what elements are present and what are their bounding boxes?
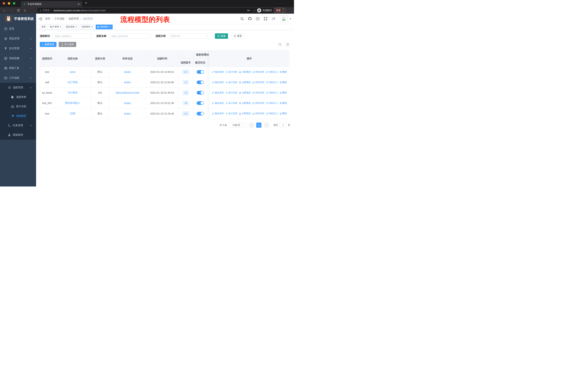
browser-update-button[interactable]: 更新 xyxy=(274,8,286,13)
modify-process-action[interactable]: 修改流程 xyxy=(212,112,224,115)
publish-process-action[interactable]: 发布流程 xyxy=(252,71,264,74)
active-status-toggle[interactable] xyxy=(197,101,204,105)
sidebar-item-home[interactable]: 首页 xyxy=(0,24,36,34)
goto-page-input[interactable] xyxy=(280,122,286,128)
delete-action[interactable]: 删除 xyxy=(279,81,287,84)
design-process-action[interactable]: 设计流程 xyxy=(225,112,237,115)
address-bar[interactable]: ⚠ 不安全 dashboard.yudao.iocoder.cn/bpm/man… xyxy=(37,8,258,13)
process-key-input[interactable] xyxy=(52,33,91,39)
active-status-toggle[interactable] xyxy=(197,81,204,84)
cell-form-link[interactable]: biubiu xyxy=(109,98,146,108)
process-definition-action[interactable]: 流程定义 xyxy=(266,112,278,115)
publish-process-action[interactable]: 发布流程 xyxy=(252,112,264,115)
sidebar-collapse-hamburger-icon[interactable] xyxy=(39,17,42,20)
cell-process-name-link[interactable]: eeee xyxy=(54,67,91,77)
design-process-action[interactable]: 设计流程 xyxy=(225,102,237,105)
sidebar-logo[interactable]: 芋道管理系统 xyxy=(0,14,36,24)
tag-close-icon[interactable]: ✕ xyxy=(109,26,111,28)
sidebar-item-process-form[interactable]: 流程表单 xyxy=(0,92,36,102)
process-definition-action[interactable]: 流程定义 xyxy=(266,71,278,74)
cell-form-link[interactable]: biubiu xyxy=(109,108,146,119)
search-icon[interactable] xyxy=(241,17,244,20)
minimize-window-button[interactable] xyxy=(8,2,10,5)
assign-rule-action[interactable]: 分配规则 xyxy=(239,112,251,115)
active-status-toggle[interactable] xyxy=(197,112,204,115)
zoom-window-button[interactable] xyxy=(13,2,15,5)
toggle-search-button[interactable] xyxy=(277,42,283,47)
cell-form-link[interactable]: biubiu xyxy=(109,77,146,87)
browser-menu-dots-icon[interactable] xyxy=(283,9,284,12)
avatar-caret-down-icon[interactable]: ▼ xyxy=(289,18,292,20)
tag-tenant[interactable]: 租户管理✕ xyxy=(49,25,63,29)
tag-process-form[interactable]: 流程表单✕ xyxy=(80,25,94,29)
breadcrumb-home[interactable]: 首页 xyxy=(45,17,50,20)
sidebar-item-payment[interactable]: ¥ 支付管理 xyxy=(0,43,36,53)
sidebar-item-leave-query[interactable]: 请假查询 xyxy=(0,130,36,140)
bookmark-star-icon[interactable]: ☆ xyxy=(253,9,256,12)
process-definition-action[interactable]: 流程定义 xyxy=(266,102,278,105)
prev-page-button[interactable]: ‹ xyxy=(249,122,254,128)
cell-process-name-link[interactable]: OA 请假 xyxy=(54,88,91,98)
version-tag[interactable]: v2 xyxy=(183,80,189,85)
delete-action[interactable]: 删除 xyxy=(279,102,287,105)
modify-process-action[interactable]: 修改流程 xyxy=(212,102,224,105)
reload-button[interactable] xyxy=(17,9,20,12)
delete-action[interactable]: 删除 xyxy=(279,91,287,94)
cell-form-link[interactable]: /bpm/oa/leave/create xyxy=(109,88,146,98)
publish-process-action[interactable]: 发布流程 xyxy=(252,102,264,105)
forward-button[interactable]: → xyxy=(10,9,13,12)
delete-action[interactable]: 删除 xyxy=(279,71,287,74)
sidebar-item-infrastructure[interactable]: 基础设施 xyxy=(0,53,36,63)
sidebar-item-user-group[interactable]: 用户分组 xyxy=(0,102,36,111)
assign-rule-action[interactable]: 分配规则 xyxy=(239,91,251,94)
refresh-table-button[interactable] xyxy=(285,42,290,47)
create-process-button[interactable]: + 新建流程 xyxy=(40,42,56,47)
version-tag[interactable]: v17 xyxy=(182,70,189,74)
tab-close-icon[interactable]: ✕ xyxy=(78,3,80,6)
github-icon[interactable] xyxy=(248,17,252,20)
next-page-button[interactable]: › xyxy=(264,122,269,128)
cell-process-name-link[interactable]: 滔博 xyxy=(54,108,91,119)
tag-close-icon[interactable]: ✕ xyxy=(60,26,62,28)
process-definition-action[interactable]: 流程定义 xyxy=(266,81,278,84)
macos-traffic-lights[interactable] xyxy=(3,2,15,5)
version-tag[interactable]: v21 xyxy=(182,111,189,116)
close-window-button[interactable] xyxy=(3,2,5,5)
modify-process-action[interactable]: 修改流程 xyxy=(212,91,224,94)
fullscreen-icon[interactable] xyxy=(264,17,267,20)
key-icon[interactable] xyxy=(247,9,250,12)
version-tag[interactable]: v4 xyxy=(183,101,189,105)
cell-form-link[interactable]: biubiu xyxy=(109,67,146,77)
process-category-select[interactable]: 流程分类 xyxy=(168,33,211,39)
cell-process-name-link[interactable]: 测试多审批人 xyxy=(54,98,91,108)
version-tag[interactable]: v5 xyxy=(183,90,189,95)
page-size-select[interactable]: 10条/页 xyxy=(230,122,246,128)
tag-my-process[interactable]: 我的流程✕ xyxy=(64,25,79,29)
sidebar-item-dev-tools[interactable]: 研发工具 xyxy=(0,63,36,73)
sidebar-item-task-management[interactable]: 任务管理 xyxy=(0,121,36,130)
modify-process-action[interactable]: 修改流程 xyxy=(212,81,224,84)
back-button[interactable]: ← xyxy=(3,9,6,12)
cell-process-name-link[interactable]: 自己审批 xyxy=(54,77,91,87)
reset-button[interactable]: 重置 xyxy=(231,33,245,39)
tag-close-icon[interactable]: ✕ xyxy=(91,26,93,28)
publish-process-action[interactable]: 发布流程 xyxy=(252,81,264,84)
breadcrumb-process-management[interactable]: 流程管理 xyxy=(69,17,79,20)
avatar[interactable] xyxy=(280,15,287,22)
assign-rule-action[interactable]: 分配规则 xyxy=(239,102,251,105)
help-icon[interactable]: ? xyxy=(256,17,260,20)
process-name-input[interactable] xyxy=(109,33,151,39)
active-status-toggle[interactable] xyxy=(197,91,204,94)
page-number-1[interactable]: 1 xyxy=(256,122,261,128)
tag-close-icon[interactable]: ✕ xyxy=(75,26,77,28)
tag-home[interactable]: 首页 xyxy=(40,25,47,29)
sidebar-item-process-model[interactable]: 流程模型 xyxy=(0,111,36,121)
assign-rule-action[interactable]: 分配规则 xyxy=(239,71,251,74)
browser-tab[interactable]: 芋道管理系统 ✕ xyxy=(21,1,82,7)
new-tab-button[interactable]: + xyxy=(85,1,87,5)
import-process-button[interactable]: 导入流程 xyxy=(59,42,76,47)
process-definition-action[interactable]: 流程定义 xyxy=(266,91,278,94)
search-button[interactable]: 搜索 xyxy=(215,33,228,39)
font-size-icon[interactable]: TT xyxy=(272,17,276,20)
active-status-toggle[interactable] xyxy=(197,70,204,74)
